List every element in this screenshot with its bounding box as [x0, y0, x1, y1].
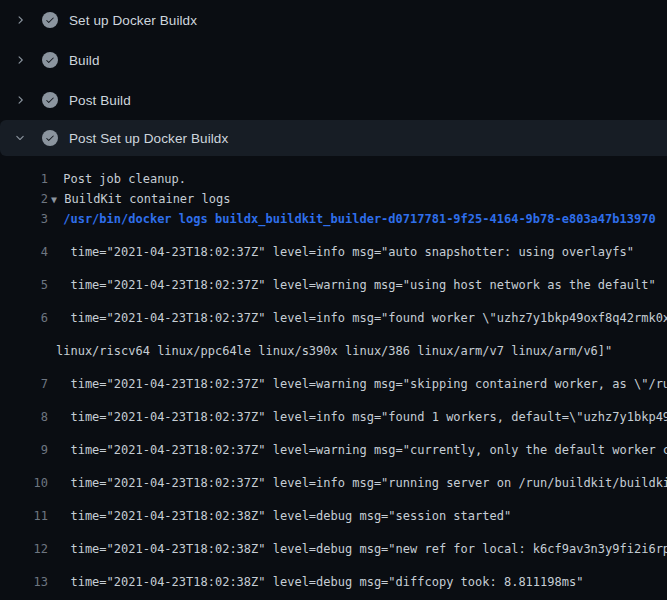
log-text: time="2021-04-23T18:02:37Z" level=info m…: [48, 473, 667, 493]
log-row: 6 time="2021-04-23T18:02:37Z" level=info…: [0, 295, 667, 328]
step-build[interactable]: Build: [0, 40, 667, 80]
log-text: time="2021-04-23T18:02:37Z" level=warnin…: [48, 440, 667, 460]
log-row: 8 time="2021-04-23T18:02:37Z" level=info…: [0, 394, 667, 427]
log-row: 14 time="2021-04-23T18:02:38Z" level=deb…: [0, 592, 667, 600]
step-set-up-docker-buildx[interactable]: Set up Docker Buildx: [0, 0, 667, 40]
chevron-right-icon: [12, 52, 28, 68]
log-row: 3 /usr/bin/docker logs buildx_buildkit_b…: [0, 209, 667, 229]
log-text: time="2021-04-23T18:02:37Z" level=warnin…: [48, 374, 667, 394]
line-number[interactable]: 10: [0, 473, 48, 493]
check-circle-icon: [42, 52, 58, 68]
log-row: 4 time="2021-04-23T18:02:37Z" level=info…: [0, 229, 667, 262]
check-circle-icon: [42, 130, 58, 146]
log-text: linux/riscv64 linux/ppc64le linux/s390x …: [48, 341, 612, 361]
log-row: 12 time="2021-04-23T18:02:38Z" level=deb…: [0, 526, 667, 559]
step-title: Post Build: [69, 93, 131, 108]
group-collapse-icon: ▼: [51, 194, 57, 205]
log-row: 13 time="2021-04-23T18:02:38Z" level=deb…: [0, 559, 667, 592]
log-row: 2▼ BuildKit container logs: [0, 189, 667, 209]
line-number[interactable]: 6: [0, 308, 48, 328]
log-text: time="2021-04-23T18:02:37Z" level=info m…: [48, 242, 634, 262]
log-text: time="2021-04-23T18:02:38Z" level=debug …: [48, 506, 511, 526]
log-text[interactable]: ▼ BuildKit container logs: [43, 189, 230, 209]
chevron-right-icon: [12, 92, 28, 108]
command-text: /usr/bin/docker logs buildx_buildkit_bui…: [48, 209, 656, 229]
step-title: Set up Docker Buildx: [69, 13, 197, 28]
log-text: time="2021-04-23T18:02:38Z" level=debug …: [48, 539, 667, 559]
log-row: 1 Post job cleanup.: [0, 169, 667, 189]
chevron-right-icon: [12, 12, 28, 28]
log-text: time="2021-04-23T18:02:37Z" level=warnin…: [48, 275, 656, 295]
actions-log-viewer: Set up Docker Buildx Build Post Build Po…: [0, 0, 667, 600]
log-row: 10 time="2021-04-23T18:02:37Z" level=inf…: [0, 460, 667, 493]
line-number[interactable]: 1: [0, 169, 48, 189]
check-circle-icon: [42, 92, 58, 108]
line-number[interactable]: 4: [0, 242, 48, 262]
line-number[interactable]: 12: [0, 539, 48, 559]
log-row: 5 time="2021-04-23T18:02:37Z" level=warn…: [0, 262, 667, 295]
log-text: time="2021-04-23T18:02:37Z" level=info m…: [48, 308, 667, 328]
line-number[interactable]: 11: [0, 506, 48, 526]
chevron-down-icon: [12, 130, 28, 146]
line-number[interactable]: 3: [0, 209, 48, 229]
line-number[interactable]: 7: [0, 374, 48, 394]
line-number: [0, 341, 48, 361]
log-text: Post job cleanup.: [48, 169, 186, 189]
log-row: 7 time="2021-04-23T18:02:37Z" level=warn…: [0, 361, 667, 394]
log-row: linux/riscv64 linux/ppc64le linux/s390x …: [0, 328, 667, 361]
log-text: time="2021-04-23T18:02:37Z" level=info m…: [48, 407, 667, 427]
log-text: time="2021-04-23T18:02:38Z" level=debug …: [48, 572, 583, 592]
log-lines: 1 Post job cleanup.2▼ BuildKit container…: [0, 156, 667, 600]
line-number[interactable]: 13: [0, 572, 48, 592]
log-row: 9 time="2021-04-23T18:02:37Z" level=warn…: [0, 427, 667, 460]
step-post-build[interactable]: Post Build: [0, 80, 667, 120]
log-row: 11 time="2021-04-23T18:02:38Z" level=deb…: [0, 493, 667, 526]
step-title: Build: [69, 53, 100, 68]
check-circle-icon: [42, 12, 58, 28]
line-number[interactable]: 5: [0, 275, 48, 295]
step-title: Post Set up Docker Buildx: [69, 131, 228, 146]
line-number[interactable]: 8: [0, 407, 48, 427]
line-number[interactable]: 2: [0, 189, 48, 209]
step-post-set-up-docker-buildx[interactable]: Post Set up Docker Buildx: [0, 120, 667, 156]
line-number[interactable]: 9: [0, 440, 48, 460]
